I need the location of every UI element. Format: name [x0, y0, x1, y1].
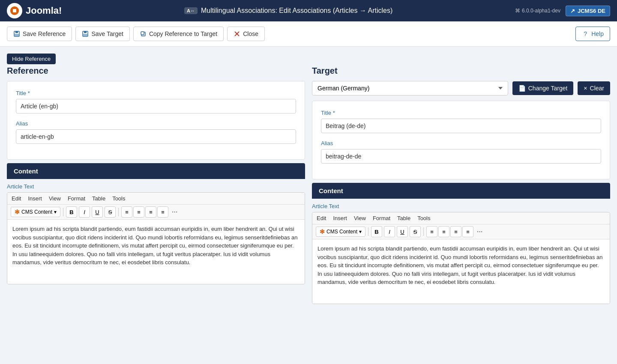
- target-menu-insert[interactable]: Insert: [333, 215, 347, 221]
- ref-cms-dropdown-icon: ▾: [54, 209, 57, 215]
- svg-rect-4: [84, 31, 87, 33]
- target-cms-dropdown-icon: ▾: [359, 229, 362, 235]
- ref-align-left-btn[interactable]: ≡: [121, 206, 132, 218]
- ref-menu-insert[interactable]: Insert: [28, 195, 42, 202]
- save-ref-icon: [13, 30, 20, 37]
- columns-wrapper: Reference Title * Alias Content Article …: [7, 66, 610, 304]
- target-align-right-btn[interactable]: ≡: [450, 226, 461, 237]
- ref-align-group: ≡ ≡ ≡ ≡: [121, 206, 168, 218]
- logo: Joomla!: [7, 3, 62, 18]
- target-alias-label: Alias: [321, 140, 601, 146]
- clear-icon: ×: [584, 85, 587, 92]
- target-article-text-label: Article Text: [312, 199, 610, 212]
- target-align-center-btn[interactable]: ≡: [438, 226, 449, 237]
- close-icon: [234, 30, 240, 37]
- nav-right: ⌘ 6.0.0-alpha1-dev ↗ JCMS6 DE: [515, 6, 610, 16]
- target-bold-btn[interactable]: B: [371, 226, 382, 237]
- main-content: Hide Reference Reference Title * Alias C…: [0, 47, 617, 311]
- reference-header: Reference: [7, 66, 305, 76]
- target-header: Target: [312, 66, 338, 76]
- ref-article-text-label: Article Text: [7, 179, 305, 192]
- change-target-icon: 📄: [518, 85, 526, 92]
- ref-title-input[interactable]: [16, 99, 296, 113]
- top-navigation: Joomla! A↔ Multilingual Associations: Ed…: [0, 0, 617, 21]
- ref-editor-body[interactable]: Lorem ipsum ad his scripta blandit parti…: [7, 220, 305, 284]
- ref-align-justify-btn[interactable]: ≡: [157, 206, 168, 218]
- target-editor-toolbar: ✻ CMS Content ▾ B I U S ≡ ≡ ≡: [312, 224, 610, 239]
- ref-align-right-btn[interactable]: ≡: [145, 206, 156, 218]
- ref-strike-btn[interactable]: S: [105, 206, 116, 218]
- change-target-button[interactable]: 📄 Change Target: [512, 81, 574, 95]
- target-alias-input[interactable]: [321, 149, 601, 164]
- target-menu-table[interactable]: Table: [397, 215, 410, 221]
- copy-icon: [140, 30, 147, 37]
- svg-rect-2: [15, 34, 19, 36]
- close-button[interactable]: Close: [227, 27, 265, 41]
- ref-underline-btn[interactable]: U: [92, 206, 103, 218]
- ref-editor-area: Article Text Edit Insert View Format Tab…: [7, 179, 305, 284]
- target-header-row: Target: [312, 66, 610, 76]
- ref-bold-btn[interactable]: B: [66, 206, 77, 218]
- target-menu-edit[interactable]: Edit: [317, 215, 326, 221]
- save-reference-button[interactable]: Save Reference: [7, 27, 72, 41]
- svg-rect-5: [83, 34, 87, 36]
- ref-more-btn[interactable]: ···: [170, 208, 179, 216]
- ref-editor: Edit Insert View Format Table Tools ✻ CM…: [7, 192, 305, 284]
- target-title-input[interactable]: [321, 119, 601, 133]
- target-more-btn[interactable]: ···: [475, 228, 484, 236]
- target-menu-tools[interactable]: Tools: [417, 215, 430, 221]
- target-column: Target German (Germany) English (UK) Fre…: [312, 66, 610, 304]
- svg-rect-1: [15, 31, 18, 33]
- ref-cms-content-btn[interactable]: ✻ CMS Content ▾: [11, 207, 60, 217]
- reference-column: Reference Title * Alias Content Article …: [7, 66, 305, 304]
- target-align-left-btn[interactable]: ≡: [426, 226, 437, 237]
- target-strike-btn[interactable]: S: [410, 226, 421, 237]
- target-joomla-icon: ✻: [320, 228, 325, 235]
- target-sep1: [368, 227, 368, 236]
- save-target-button[interactable]: Save Target: [75, 27, 129, 41]
- ref-italic-btn[interactable]: I: [79, 206, 90, 218]
- ref-menu-table[interactable]: Table: [92, 195, 105, 202]
- title-icon: A↔: [184, 7, 198, 14]
- target-menu-view[interactable]: View: [354, 215, 366, 221]
- ref-sep2: [118, 208, 119, 216]
- ref-title-label: Title *: [16, 90, 296, 96]
- jcms-badge-button[interactable]: ↗ JCMS6 DE: [566, 6, 610, 16]
- version-text: ⌘ 6.0.0-alpha1-dev: [515, 8, 560, 14]
- ref-sep1: [63, 208, 63, 216]
- hide-reference-area: Hide Reference: [7, 54, 610, 66]
- target-panel: Title * Alias: [312, 101, 610, 179]
- ref-menu-view[interactable]: View: [49, 195, 61, 202]
- help-icon: ?: [582, 30, 589, 37]
- ref-align-center-btn[interactable]: ≡: [133, 206, 144, 218]
- toolbar-left: Save Reference Save Target Copy Referenc…: [7, 27, 265, 41]
- toolbar: Save Reference Save Target Copy Referenc…: [0, 21, 617, 47]
- clear-button[interactable]: × Clear: [578, 81, 610, 95]
- keyboard-icon: ⌘: [515, 8, 520, 14]
- ref-joomla-icon: ✻: [15, 209, 20, 215]
- target-italic-btn[interactable]: I: [384, 226, 395, 237]
- ref-editor-menu: Edit Insert View Format Table Tools: [7, 193, 305, 205]
- target-align-justify-btn[interactable]: ≡: [462, 226, 473, 237]
- target-title-label: Title *: [321, 110, 601, 116]
- hide-reference-button[interactable]: Hide Reference: [7, 54, 56, 64]
- toolbar-right: ? Help: [575, 27, 610, 41]
- target-cms-content-btn[interactable]: ✻ CMS Content ▾: [316, 227, 365, 237]
- target-menu-format[interactable]: Format: [373, 215, 390, 221]
- target-language-select[interactable]: German (Germany) English (UK) French (Fr…: [312, 81, 508, 95]
- ref-menu-format[interactable]: Format: [68, 195, 85, 202]
- ref-editor-toolbar: ✻ CMS Content ▾ B I U S ≡ ≡ ≡: [7, 205, 305, 220]
- target-underline-btn[interactable]: U: [397, 226, 408, 237]
- ref-menu-edit[interactable]: Edit: [12, 195, 21, 202]
- reference-panel: Title * Alias: [7, 81, 305, 160]
- target-editor-menu: Edit Insert View Format Table Tools: [312, 212, 610, 224]
- copy-reference-button[interactable]: Copy Reference to Target: [133, 27, 224, 41]
- target-controls-row: German (Germany) English (UK) French (Fr…: [312, 81, 610, 95]
- ref-alias-input[interactable]: [16, 129, 296, 144]
- help-button[interactable]: ? Help: [575, 27, 610, 41]
- ref-menu-tools[interactable]: Tools: [112, 195, 125, 202]
- ref-alias-label: Alias: [16, 120, 296, 127]
- external-link-icon: ↗: [570, 8, 575, 14]
- target-editor-body[interactable]: Lorem ipsum ad his scripta blandit parti…: [312, 239, 610, 304]
- save-target-icon: [82, 30, 89, 37]
